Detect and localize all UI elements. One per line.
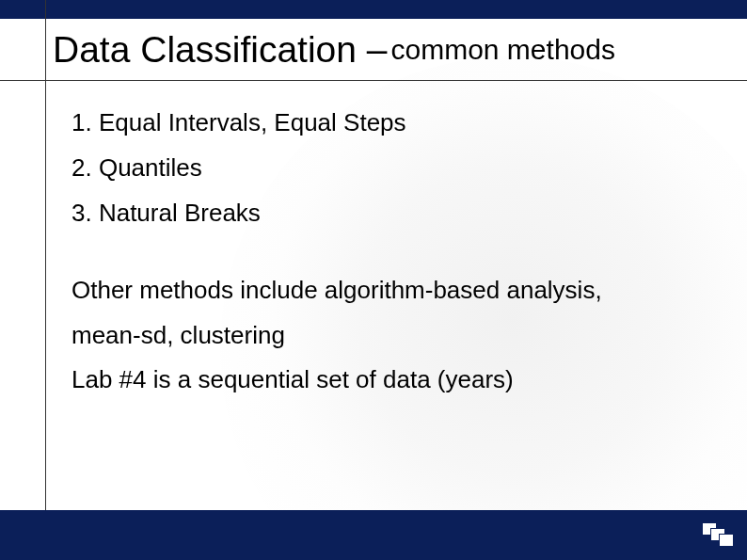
- list-item-3: 3. Natural Breaks: [72, 200, 711, 228]
- slide: Data Classification – common methods 1. …: [0, 0, 747, 560]
- body-content: 1. Equal Intervals, Equal Steps 2. Quant…: [72, 109, 711, 411]
- title-area: Data Classification – common methods: [0, 19, 747, 81]
- list-item-1: 1. Equal Intervals, Equal Steps: [72, 109, 711, 137]
- slide-title-sub: common methods: [391, 34, 615, 66]
- paragraph-gap: [72, 245, 711, 277]
- slide-title-main: Data Classification –: [53, 29, 388, 71]
- para-line-3: Lab #4 is a sequential set of data (year…: [72, 366, 711, 394]
- top-bar: [0, 0, 747, 19]
- corner-logo-icon: [702, 522, 734, 547]
- title-left-spacer: [0, 19, 53, 80]
- list-item-2: 2. Quantiles: [72, 154, 711, 183]
- para-line-1: Other methods include algorithm-based an…: [72, 277, 711, 305]
- para-line-2: mean-sd, clustering: [72, 322, 711, 350]
- bottom-bar: [0, 510, 747, 560]
